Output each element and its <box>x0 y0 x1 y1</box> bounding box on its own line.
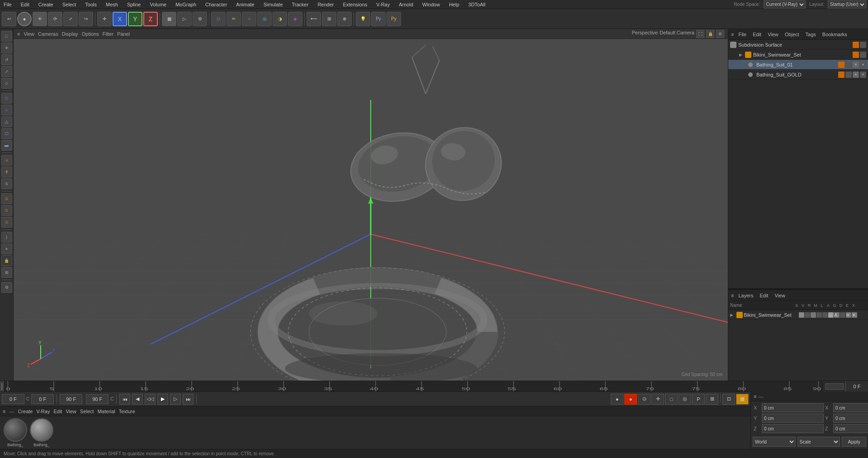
light-button[interactable]: 💡 <box>356 12 370 26</box>
viewport[interactable]: ≡ View Cameras Display Options Filter Pa… <box>14 29 728 381</box>
pen-button[interactable]: ✏ <box>226 12 241 26</box>
object-item-subdiv[interactable]: Subdivision Surface <box>728 40 868 50</box>
menu-item-arnold[interactable]: Arnold <box>397 2 415 7</box>
go-start-button[interactable]: ⏮ <box>119 394 130 405</box>
spline-obj-button[interactable]: ○ <box>242 12 256 26</box>
menu-item-mesh[interactable]: Mesh <box>104 2 120 7</box>
menu-item-spline[interactable]: Spline <box>125 2 143 7</box>
menu-item-animate[interactable]: Animate <box>234 2 256 7</box>
layers-view-menu[interactable]: View <box>773 293 787 298</box>
om-object-menu[interactable]: Object <box>783 32 801 37</box>
mat-hamburger-icon[interactable]: ≡ <box>3 409 5 414</box>
sphere-tool-button[interactable]: ○ <box>1 105 12 115</box>
world-select[interactable]: World <box>753 437 796 447</box>
python2-button[interactable]: Py <box>387 12 401 26</box>
mode-btn-1[interactable]: ● <box>611 394 623 405</box>
poly-tool-button[interactable]: ◇ <box>1 78 12 89</box>
object-item-bikini-set[interactable]: ▶ Bikini_Swimwear_Set <box>728 50 868 60</box>
move-button[interactable]: ✛ <box>33 12 47 26</box>
mode-btn-7[interactable]: P <box>692 394 705 405</box>
redo-button[interactable]: ↪ <box>79 12 93 26</box>
material-thumb-2[interactable] <box>30 418 53 442</box>
undo-button[interactable]: ↩ <box>2 12 16 26</box>
play-button[interactable]: ▷ <box>177 12 192 26</box>
menu-item-extensions[interactable]: Extensions <box>341 2 369 7</box>
s2-button[interactable]: S <box>1 205 12 216</box>
bevel-tool-button[interactable]: S <box>1 178 12 189</box>
nurbs-button[interactable]: ◎ <box>257 12 272 26</box>
menu-item-character[interactable]: Character <box>203 2 229 7</box>
lock-button[interactable]: 🔒 <box>1 255 12 266</box>
node-space-select[interactable]: Current (V-Ray) <box>764 0 806 9</box>
om-view-menu[interactable]: View <box>766 32 780 37</box>
x-pos-input[interactable] <box>762 403 824 412</box>
menu-item-create[interactable]: Create <box>37 2 55 7</box>
x-axis-button[interactable]: X <box>113 12 127 26</box>
frame-start-input[interactable] <box>2 394 24 404</box>
menu-item-mograph[interactable]: MoGraph <box>174 2 198 7</box>
scale-select[interactable]: Scale <box>797 437 840 447</box>
menu-item-select[interactable]: Select <box>61 2 78 7</box>
material-item-1[interactable]: Bathing_ <box>4 418 27 447</box>
y-pos-input[interactable] <box>762 414 824 423</box>
s1-button[interactable]: S <box>1 193 12 204</box>
go-end-button[interactable]: ⏭ <box>183 394 193 405</box>
object-item-suit-gold[interactable]: Bathing_Suit_GOLD ✕ ✕ <box>728 70 868 80</box>
menu-item-tracker[interactable]: Tracker <box>290 2 311 7</box>
cube-tool-button[interactable]: □ <box>1 93 12 104</box>
om-bookmarks-menu[interactable]: Bookmarks <box>821 32 849 37</box>
mat-material-menu[interactable]: Material <box>98 409 115 414</box>
measure-button[interactable]: ⟵ <box>307 12 321 26</box>
panel-menu[interactable]: Panel <box>117 31 130 37</box>
material-item-2[interactable]: Bathing_ <box>30 418 53 447</box>
mode-btn-10[interactable]: ▦ <box>736 394 749 405</box>
next-frame-button[interactable]: ▷ <box>170 394 181 405</box>
play-forward-button[interactable]: ▶ <box>157 394 168 405</box>
brush-button[interactable]: ) <box>1 232 12 243</box>
select-tool-button[interactable]: □ <box>1 31 12 42</box>
scale-tool-button[interactable]: ⤢ <box>1 66 12 77</box>
snap-button[interactable]: ● <box>17 12 32 26</box>
play-reverse-button[interactable]: ◁◁ <box>145 394 156 405</box>
layer-button[interactable]: ≡ <box>1 243 12 254</box>
view-menu[interactable]: View <box>24 31 34 37</box>
om-tags-menu[interactable]: Tags <box>804 32 818 37</box>
x-size-input[interactable] <box>833 403 868 412</box>
mat-select-menu[interactable]: Select <box>80 409 94 414</box>
menu-item-simulate[interactable]: Simulate <box>262 2 285 7</box>
knife-tool-button[interactable]: ⚔ <box>1 155 12 166</box>
mode-btn-6[interactable]: ◎ <box>679 394 691 405</box>
mat-edit-menu[interactable]: Edit <box>53 409 62 414</box>
python-button[interactable]: Py <box>371 12 386 26</box>
cameras-menu[interactable]: Cameras <box>38 31 58 37</box>
cube-button[interactable]: □ <box>211 12 226 26</box>
rotate-tool-button[interactable]: ↺ <box>1 54 12 65</box>
record-button[interactable]: ● <box>624 394 637 405</box>
mat-vray-menu[interactable]: V-Ray <box>36 409 50 414</box>
menu-item-render[interactable]: Render <box>316 2 335 7</box>
extrude-tool-button[interactable]: ⬆ <box>1 167 12 177</box>
layers-edit-menu[interactable]: Edit <box>758 293 770 298</box>
coords-hamburger-icon[interactable]: ≡ <box>754 394 756 399</box>
mode-btn-4[interactable]: ✛ <box>651 394 664 405</box>
y-axis-button[interactable]: Y <box>128 12 142 26</box>
filter-menu[interactable]: Filter <box>103 31 113 37</box>
menu-item-volume[interactable]: Volume <box>148 2 168 7</box>
effector-button[interactable]: ◈ <box>288 12 302 26</box>
vp-settings-button[interactable]: ⚙ <box>716 30 724 38</box>
menu-item-help[interactable]: Help <box>447 2 461 7</box>
z-size-input[interactable] <box>833 424 868 433</box>
z-axis-button[interactable]: Z <box>143 12 158 26</box>
mat-texture-menu[interactable]: Texture <box>119 409 135 414</box>
frame-end-input-1[interactable] <box>60 394 82 404</box>
layer-item-bikini[interactable]: ▶ Bikini_Swimwear_Set ▷ A ✕ ✕ <box>728 310 868 320</box>
menu-item-tools[interactable]: Tools <box>83 2 99 7</box>
timeline-scrollbar[interactable] <box>826 383 844 390</box>
y-size-input[interactable] <box>833 414 868 423</box>
move-tool-button[interactable]: ✛ <box>1 43 12 53</box>
vp-expand-button[interactable]: ⛶ <box>696 30 704 38</box>
options-menu[interactable]: Options <box>82 31 99 37</box>
om-edit-menu[interactable]: Edit <box>751 32 763 37</box>
cylinder-tool-button[interactable]: ⬡ <box>1 128 12 139</box>
gear-tool-button[interactable]: ⚙ <box>1 282 12 293</box>
